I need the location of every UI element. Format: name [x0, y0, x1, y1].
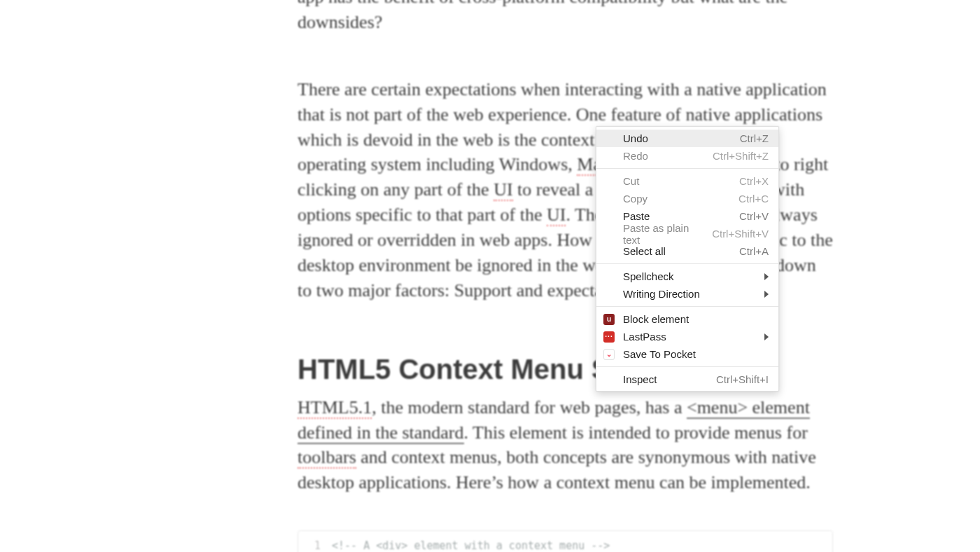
link-html51[interactable]: HTML5.1	[298, 397, 372, 419]
context-menu-label: Writing Direction	[623, 288, 757, 300]
context-menu-item-inspect[interactable]: InspectCtrl+Shift+I	[596, 371, 778, 388]
code-block: 1<!-- A <div> element with a context men…	[298, 530, 833, 552]
context-menu-label: Redo	[623, 150, 704, 162]
context-menu-shortcut: Ctrl+Shift+I	[716, 373, 769, 385]
context-menu-shortcut: Ctrl+Shift+Z	[713, 150, 769, 162]
chevron-right-icon	[764, 273, 769, 280]
context-menu[interactable]: UndoCtrl+ZRedoCtrl+Shift+ZCutCtrl+XCopyC…	[596, 126, 779, 392]
context-menu-label: Copy	[623, 193, 730, 205]
text-span: , the modern standard for web pages, has…	[372, 397, 687, 418]
context-menu-item-paste-as-plain-text: Paste as plain textCtrl+Shift+V	[596, 225, 778, 242]
context-menu-label: Save To Pocket	[623, 348, 769, 360]
context-menu-item-block-element[interactable]: uBlock element	[596, 310, 778, 328]
chevron-right-icon	[764, 291, 769, 298]
context-menu-separator	[596, 263, 778, 264]
context-menu-item-lastpass[interactable]: ···LastPass	[596, 328, 778, 345]
chevron-right-icon	[764, 333, 769, 340]
context-menu-separator	[596, 168, 778, 169]
context-menu-label: Spellcheck	[623, 270, 757, 282]
context-menu-item-writing-direction[interactable]: Writing Direction	[596, 285, 778, 303]
context-menu-shortcut: Ctrl+V	[739, 210, 769, 222]
text-span: . This element is intended to provide me…	[464, 422, 808, 443]
context-menu-shortcut: Ctrl+Z	[740, 132, 769, 144]
context-menu-item-copy: CopyCtrl+C	[596, 190, 778, 207]
context-menu-label: Inspect	[623, 373, 708, 385]
ublock-icon-slot: u	[603, 313, 619, 326]
context-menu-item-redo: RedoCtrl+Shift+Z	[596, 147, 778, 165]
context-menu-label: Cut	[623, 175, 731, 187]
context-menu-label: Select all	[623, 245, 731, 257]
context-menu-item-save-to-pocket[interactable]: ⌄Save To Pocket	[596, 345, 778, 363]
context-menu-item-spellcheck[interactable]: Spellcheck	[596, 268, 778, 285]
lastpass-icon: ···	[603, 331, 615, 343]
lastpass-icon-slot: ···	[603, 331, 619, 343]
link-ui-2[interactable]: UI	[547, 205, 566, 226]
text-span: and context menus, both concepts are syn…	[298, 447, 816, 492]
link-toolbars[interactable]: toolbars	[298, 447, 356, 469]
context-menu-shortcut: Ctrl+X	[739, 175, 769, 187]
paragraph-intro-tail: app has the benefit of cross-platform co…	[298, 0, 833, 35]
context-menu-label: Undo	[623, 132, 732, 144]
context-menu-item-undo[interactable]: UndoCtrl+Z	[596, 130, 778, 147]
context-menu-item-cut: CutCtrl+X	[596, 172, 778, 190]
context-menu-shortcut: Ctrl+C	[738, 193, 769, 205]
context-menu-label: LastPass	[623, 331, 757, 343]
context-menu-separator	[596, 306, 778, 307]
paragraph-html5: HTML5.1, the modern standard for web pag…	[298, 395, 833, 496]
context-menu-label: Block element	[623, 313, 769, 325]
pocket-icon-slot: ⌄	[603, 348, 619, 361]
link-ui-1[interactable]: UI	[493, 179, 512, 201]
code-line-1: <!-- A <div> element with a context menu…	[332, 539, 610, 552]
context-menu-shortcut: Ctrl+A	[739, 245, 769, 257]
pocket-icon: ⌄	[603, 349, 615, 360]
context-menu-shortcut: Ctrl+Shift+V	[712, 228, 769, 240]
ublock-icon: u	[603, 314, 615, 325]
context-menu-label: Paste	[623, 210, 731, 222]
context-menu-separator	[596, 366, 778, 367]
context-menu-item-select-all[interactable]: Select allCtrl+A	[596, 242, 778, 260]
